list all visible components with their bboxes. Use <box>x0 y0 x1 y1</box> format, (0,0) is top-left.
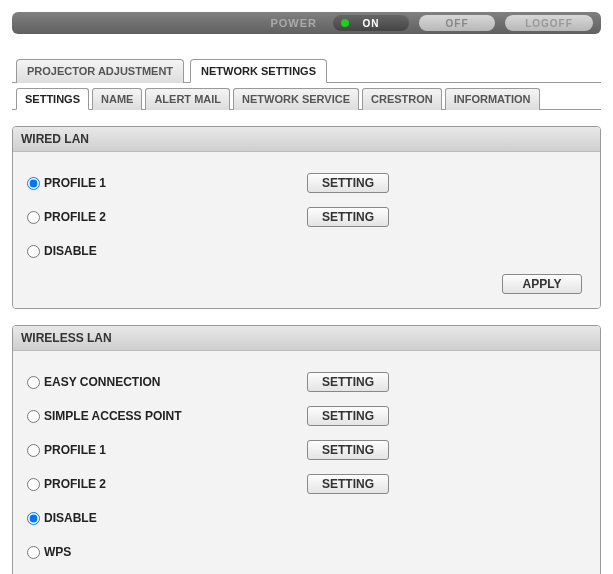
wired-apply-button[interactable]: APPLY <box>502 274 582 294</box>
top-bar: POWER ON OFF LOGOFF <box>12 12 601 34</box>
wired-profile2-radio[interactable] <box>27 211 40 224</box>
subtab-name[interactable]: NAME <box>92 88 142 110</box>
subtab-crestron[interactable]: CRESTRON <box>362 88 442 110</box>
wireless-easy-connection-setting-button[interactable]: SETTING <box>307 372 389 392</box>
tab-network-settings[interactable]: NETWORK SETTINGS <box>190 59 327 83</box>
wireless-easy-connection-label: EASY CONNECTION <box>44 375 160 389</box>
main-tabs: PROJECTOR ADJUSTMENT NETWORK SETTINGS <box>12 58 601 83</box>
sub-tabs: SETTINGS NAME ALERT MAIL NETWORK SERVICE… <box>12 87 601 110</box>
wired-lan-panel: WIRED LAN PROFILE 1 SETTING PROFILE 2 SE… <box>12 126 601 309</box>
wireless-lan-title: WIRELESS LAN <box>13 326 600 351</box>
wired-disable-radio[interactable] <box>27 245 40 258</box>
subtab-settings[interactable]: SETTINGS <box>16 88 89 110</box>
wireless-simple-ap-label: SIMPLE ACCESS POINT <box>44 409 182 423</box>
power-label: POWER <box>270 17 317 29</box>
power-on-indicator-icon <box>341 19 349 27</box>
wired-profile2-label: PROFILE 2 <box>44 210 106 224</box>
power-off-button[interactable]: OFF <box>419 15 495 31</box>
wireless-profile2-label: PROFILE 2 <box>44 477 106 491</box>
logoff-button[interactable]: LOGOFF <box>505 15 593 31</box>
wired-profile1-setting-button[interactable]: SETTING <box>307 173 389 193</box>
wireless-disable-label: DISABLE <box>44 511 97 525</box>
wireless-easy-connection-option[interactable]: EASY CONNECTION <box>27 375 307 389</box>
wireless-simple-ap-radio[interactable] <box>27 410 40 423</box>
wireless-profile2-option[interactable]: PROFILE 2 <box>27 477 307 491</box>
wireless-disable-radio[interactable] <box>27 512 40 525</box>
subtab-network-service[interactable]: NETWORK SERVICE <box>233 88 359 110</box>
wireless-wps-label: WPS <box>44 545 71 559</box>
wireless-profile1-label: PROFILE 1 <box>44 443 106 457</box>
wired-profile1-option[interactable]: PROFILE 1 <box>27 176 307 190</box>
wireless-profile1-radio[interactable] <box>27 444 40 457</box>
wired-profile2-setting-button[interactable]: SETTING <box>307 207 389 227</box>
wireless-profile2-radio[interactable] <box>27 478 40 491</box>
power-on-button[interactable]: ON <box>333 15 409 31</box>
wireless-wps-option[interactable]: WPS <box>27 545 307 559</box>
tab-projector-adjustment[interactable]: PROJECTOR ADJUSTMENT <box>16 59 184 83</box>
wired-profile1-radio[interactable] <box>27 177 40 190</box>
wireless-easy-connection-radio[interactable] <box>27 376 40 389</box>
wireless-profile1-setting-button[interactable]: SETTING <box>307 440 389 460</box>
wired-disable-option[interactable]: DISABLE <box>27 244 307 258</box>
wireless-profile2-setting-button[interactable]: SETTING <box>307 474 389 494</box>
wireless-simple-ap-setting-button[interactable]: SETTING <box>307 406 389 426</box>
wireless-lan-panel: WIRELESS LAN EASY CONNECTION SETTING SIM… <box>12 325 601 574</box>
wired-lan-title: WIRED LAN <box>13 127 600 152</box>
wireless-profile1-option[interactable]: PROFILE 1 <box>27 443 307 457</box>
wired-disable-label: DISABLE <box>44 244 97 258</box>
wireless-disable-option[interactable]: DISABLE <box>27 511 307 525</box>
wired-profile2-option[interactable]: PROFILE 2 <box>27 210 307 224</box>
subtab-alert-mail[interactable]: ALERT MAIL <box>145 88 230 110</box>
wireless-wps-radio[interactable] <box>27 546 40 559</box>
wireless-simple-ap-option[interactable]: SIMPLE ACCESS POINT <box>27 409 307 423</box>
subtab-information[interactable]: INFORMATION <box>445 88 540 110</box>
wired-profile1-label: PROFILE 1 <box>44 176 106 190</box>
